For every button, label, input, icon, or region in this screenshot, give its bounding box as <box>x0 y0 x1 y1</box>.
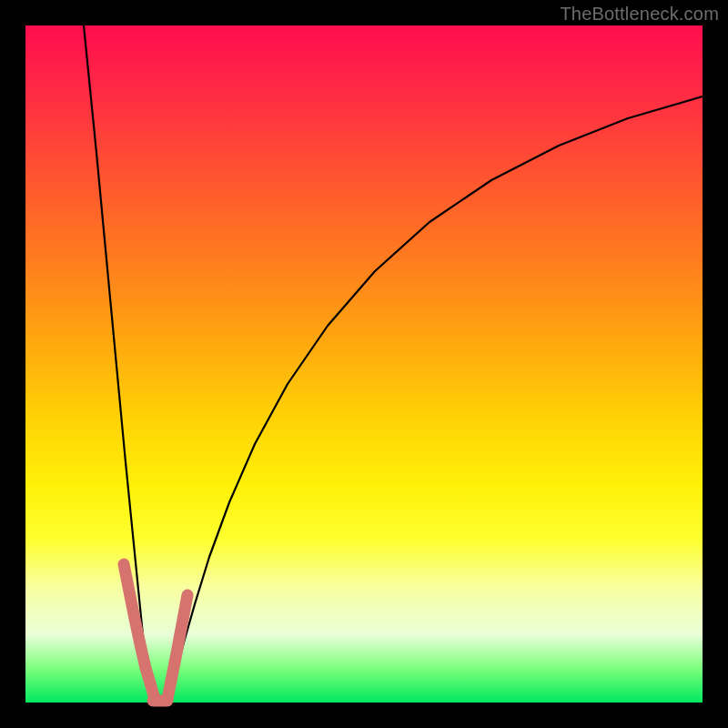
chart-svg <box>25 25 703 703</box>
watermark-text: TheBottleneck.com <box>560 4 719 25</box>
plot-area <box>25 25 703 703</box>
series-left-marker-band <box>124 564 155 699</box>
series-right-curve <box>167 96 703 701</box>
series-right-marker-band <box>167 595 187 699</box>
chart-frame: TheBottleneck.com <box>0 0 728 728</box>
series-left-curve <box>84 25 155 701</box>
